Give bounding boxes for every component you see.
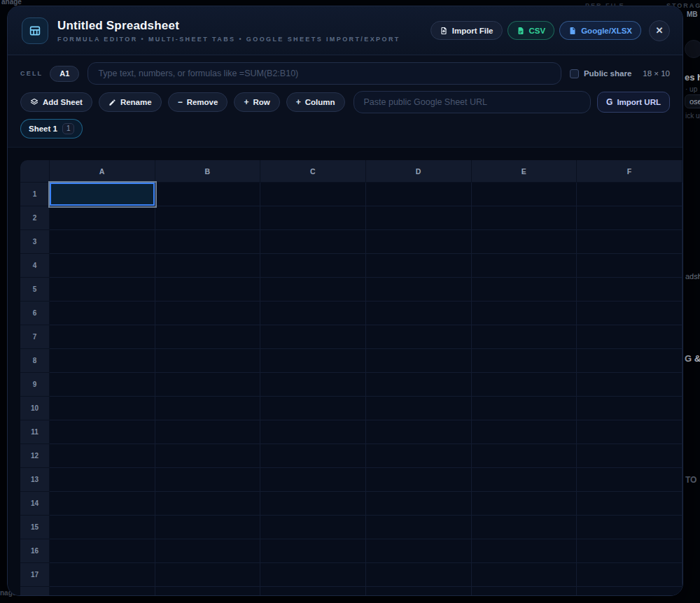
row-header-14[interactable]: 14 <box>20 492 50 516</box>
public-share-toggle[interactable]: Public share <box>570 69 631 78</box>
cell-E8[interactable] <box>472 349 578 373</box>
cell-E13[interactable] <box>472 468 578 492</box>
cell-F1[interactable] <box>577 183 682 206</box>
cell-D13[interactable] <box>366 468 472 492</box>
cell-A7[interactable] <box>50 325 155 349</box>
cell-D17[interactable] <box>366 563 472 587</box>
column-header-A[interactable]: A <box>50 160 155 183</box>
public-share-checkbox[interactable] <box>570 69 579 78</box>
cell-F5[interactable] <box>577 278 682 302</box>
cell-B10[interactable] <box>155 397 261 420</box>
rename-sheet-button[interactable]: Rename <box>99 92 162 112</box>
cell-C7[interactable] <box>260 325 366 349</box>
cell-A11[interactable] <box>50 420 155 444</box>
cell-A3[interactable] <box>50 230 155 254</box>
cell-D7[interactable] <box>366 325 472 349</box>
export-csv-button[interactable]: CSV <box>507 21 555 40</box>
cell-C14[interactable] <box>260 492 366 516</box>
row-header-6[interactable]: 6 <box>20 302 50 325</box>
cell-F14[interactable] <box>577 492 682 516</box>
cell-C5[interactable] <box>260 278 366 302</box>
cell-F8[interactable] <box>577 349 682 373</box>
import-url-button[interactable]: G Import URL <box>597 92 670 113</box>
row-header-11[interactable]: 11 <box>20 420 50 444</box>
cell-F11[interactable] <box>577 420 682 444</box>
cell-C8[interactable] <box>260 349 366 373</box>
cell-A8[interactable] <box>50 349 155 373</box>
cell-E6[interactable] <box>472 302 578 325</box>
cell-C15[interactable] <box>260 516 366 539</box>
cell-D12[interactable] <box>366 444 472 468</box>
cell-C18[interactable] <box>260 587 366 595</box>
row-header-16[interactable]: 16 <box>20 539 50 563</box>
column-header-C[interactable]: C <box>260 160 366 183</box>
cell-D8[interactable] <box>366 349 472 373</box>
cell-F12[interactable] <box>577 444 682 468</box>
cell-A18[interactable] <box>50 587 155 595</box>
cell-C6[interactable] <box>260 302 366 325</box>
cell-D9[interactable] <box>366 373 472 397</box>
cell-F15[interactable] <box>577 516 682 539</box>
cell-B13[interactable] <box>155 468 261 492</box>
cell-C13[interactable] <box>260 468 366 492</box>
cell-D15[interactable] <box>366 516 472 539</box>
cell-F17[interactable] <box>577 563 682 587</box>
cell-D16[interactable] <box>366 539 472 563</box>
cell-D4[interactable] <box>366 254 472 278</box>
row-header-5[interactable]: 5 <box>20 278 50 302</box>
cell-A10[interactable] <box>50 397 155 420</box>
cell-F16[interactable] <box>577 539 682 563</box>
cell-C3[interactable] <box>260 230 366 254</box>
cell-E17[interactable] <box>472 563 578 587</box>
cell-E5[interactable] <box>472 278 578 302</box>
cell-A15[interactable] <box>50 516 155 539</box>
cell-A17[interactable] <box>50 563 155 587</box>
column-header-F[interactable]: F <box>577 160 682 183</box>
row-header-18[interactable]: 18 <box>20 587 50 595</box>
cell-C9[interactable] <box>260 373 366 397</box>
cell-D14[interactable] <box>366 492 472 516</box>
cell-E14[interactable] <box>472 492 578 516</box>
row-header-17[interactable]: 17 <box>20 563 50 587</box>
cell-B12[interactable] <box>155 444 261 468</box>
cell-B9[interactable] <box>155 373 261 397</box>
cell-E10[interactable] <box>472 397 578 420</box>
row-header-3[interactable]: 3 <box>20 230 50 254</box>
cell-E7[interactable] <box>472 325 578 349</box>
cell-E12[interactable] <box>472 444 578 468</box>
cell-D6[interactable] <box>366 302 472 325</box>
cell-F10[interactable] <box>577 397 682 420</box>
sheet-tab-sheet1[interactable]: Sheet 1 1 <box>20 119 83 139</box>
cell-B16[interactable] <box>155 539 261 563</box>
cell-A13[interactable] <box>50 468 155 492</box>
cell-F13[interactable] <box>577 468 682 492</box>
cell-B6[interactable] <box>155 302 261 325</box>
cell-A6[interactable] <box>50 302 155 325</box>
cell-B17[interactable] <box>155 563 261 587</box>
cell-C12[interactable] <box>260 444 366 468</box>
cell-D2[interactable] <box>366 206 472 230</box>
row-header-13[interactable]: 13 <box>20 468 50 492</box>
row-header-1[interactable]: 1 <box>20 183 50 206</box>
cell-B18[interactable] <box>155 587 261 595</box>
cell-A16[interactable] <box>50 539 155 563</box>
row-header-12[interactable]: 12 <box>20 444 50 468</box>
cell-C2[interactable] <box>260 206 366 230</box>
cell-F3[interactable] <box>577 230 682 254</box>
cell-C1[interactable] <box>260 183 366 206</box>
cell-A2[interactable] <box>50 206 155 230</box>
cell-B3[interactable] <box>155 230 261 254</box>
row-header-7[interactable]: 7 <box>20 325 50 349</box>
cell-D11[interactable] <box>366 420 472 444</box>
cell-E2[interactable] <box>472 206 578 230</box>
cell-F2[interactable] <box>577 206 682 230</box>
cell-E18[interactable] <box>472 587 578 595</box>
add-sheet-button[interactable]: Add Sheet <box>20 92 92 112</box>
remove-sheet-button[interactable]: − Remove <box>168 92 228 112</box>
cell-D3[interactable] <box>366 230 472 254</box>
add-column-button[interactable]: + Column <box>286 92 345 112</box>
cell-B8[interactable] <box>155 349 261 373</box>
cell-C17[interactable] <box>260 563 366 587</box>
cell-A4[interactable] <box>50 254 155 278</box>
cell-F18[interactable] <box>577 587 682 595</box>
